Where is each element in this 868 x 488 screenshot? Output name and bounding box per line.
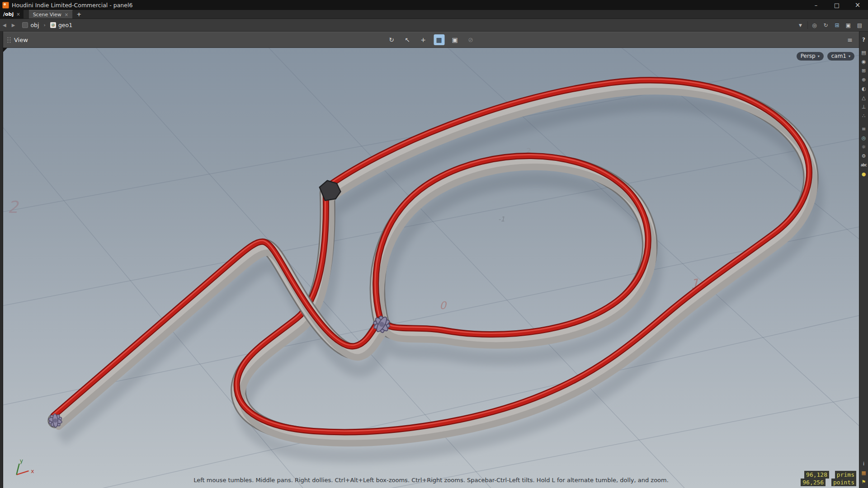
help-icon[interactable]: ? xyxy=(862,32,865,48)
seal-outer-loop[interactable] xyxy=(236,79,814,443)
network-icon xyxy=(22,22,28,28)
viewport-layout-icon[interactable]: ▤ xyxy=(860,48,868,56)
svg-text:x: x xyxy=(31,468,34,474)
view-toolbar-right: ≡ xyxy=(844,34,859,45)
breadcrumb-obj[interactable]: obj xyxy=(22,22,39,28)
display-options-strip: ? ▤◉⊞⊕◐△⊥∴≡◎☼⚙abc●i▦⚑ xyxy=(859,32,868,488)
tube-shadow xyxy=(61,104,816,456)
window-title: Houdini Indie Limited-Commercial - panel… xyxy=(12,2,132,9)
projection-label: Persp xyxy=(801,53,816,59)
lasso-pick-icon[interactable]: ⊘ xyxy=(465,34,476,45)
group-list-icon[interactable]: ≡ xyxy=(860,125,868,133)
svg-text:-1: -1 xyxy=(498,215,505,223)
text-overlay-icon[interactable]: abc xyxy=(860,161,868,169)
geometry-stats: 96,128 prims 96,256 points xyxy=(798,471,856,486)
view-toolbar: View ↻↖+▦▣⊘ ≡ xyxy=(3,32,859,48)
pathbar-icons: ◎↻⊞▣▤ xyxy=(807,21,868,29)
forward-button[interactable]: ▶ xyxy=(9,23,18,28)
camera-label: cam1 xyxy=(831,53,846,59)
view-tool-icon[interactable]: ↻ xyxy=(386,34,397,45)
breadcrumb-label: geo1 xyxy=(58,22,72,28)
new-tab-button[interactable]: + xyxy=(73,10,85,19)
material-icon[interactable]: ◎ xyxy=(860,134,868,142)
lighting-icon[interactable]: ☼ xyxy=(860,143,868,151)
info-icon[interactable]: i xyxy=(860,460,868,468)
camera-button[interactable]: cam1 ▾ xyxy=(827,52,854,61)
tab-scene-view[interactable]: Scene View × xyxy=(29,10,73,19)
color-palette-icon[interactable]: ▦ xyxy=(860,469,868,477)
prims-label: prims xyxy=(835,471,856,479)
points-label: points xyxy=(831,479,856,486)
points-value: 96,256 xyxy=(801,479,826,486)
show-handles-icon[interactable]: ▦ xyxy=(434,34,444,45)
breadcrumb-label: obj xyxy=(30,22,39,28)
prims-stat: 96,128 prims xyxy=(798,471,856,479)
svg-text:0: 0 xyxy=(439,299,447,311)
svg-text:2: 2 xyxy=(8,197,19,217)
breadcrumb-geo1[interactable]: geo1 xyxy=(50,22,72,28)
pane-tab-bar: /obj × Scene View × + xyxy=(0,10,868,19)
view-tools: ↻↖+▦▣⊘ xyxy=(386,32,476,47)
points-display-icon[interactable]: ∴ xyxy=(860,112,868,120)
houdini-window: Houdini Indie Limited-Commercial - panel… xyxy=(0,0,868,488)
pane-menu-icon[interactable]: ▤ xyxy=(856,21,863,29)
title-bar: Houdini Indie Limited-Commercial - panel… xyxy=(0,0,868,10)
chevron-down-icon: ▾ xyxy=(818,54,820,58)
back-button[interactable]: ◀ xyxy=(0,23,9,28)
pane-resize-handle[interactable] xyxy=(3,48,7,52)
scene-viewport[interactable]: 2012-1 xyxy=(3,48,859,488)
bulb-icon[interactable]: ● xyxy=(860,170,868,178)
axis-gizmo: x y xyxy=(16,458,34,475)
points-stat: 96,256 points xyxy=(798,479,856,486)
close-button[interactable]: × xyxy=(847,0,868,10)
pane-close-icon[interactable]: × xyxy=(16,12,20,17)
stow-bar-icon[interactable]: ≡ xyxy=(844,34,855,45)
maximize-button[interactable]: □ xyxy=(826,0,847,10)
camera-view-icon[interactable]: ◉ xyxy=(860,57,868,66)
tab-label: Scene View xyxy=(33,12,61,18)
left-pane-edge xyxy=(0,32,3,488)
snap-toggle-icon[interactable]: ⊕ xyxy=(860,75,868,84)
svg-text:y: y xyxy=(20,458,23,464)
minimize-button[interactable]: – xyxy=(806,0,826,10)
maximize-pane-icon[interactable]: ▣ xyxy=(844,21,852,29)
linked-pane-icon[interactable]: ⊞ xyxy=(833,21,841,29)
wireframe-icon[interactable]: △ xyxy=(860,94,868,102)
projection-button[interactable]: Persp ▾ xyxy=(797,52,824,61)
viewport-3d-scene[interactable]: 2012-1 xyxy=(3,48,859,488)
toolbar-grip-icon[interactable] xyxy=(7,37,11,43)
shaded-mode-icon[interactable]: ◐ xyxy=(860,84,868,93)
sync-icon[interactable]: ↻ xyxy=(822,21,830,29)
houdini-logo-icon xyxy=(2,2,9,9)
display-options-icon[interactable]: ⚙ xyxy=(860,152,868,160)
tab-close-icon[interactable]: × xyxy=(65,12,68,17)
normals-icon[interactable]: ⊥ xyxy=(860,103,868,111)
box-pick-icon[interactable]: ▣ xyxy=(449,34,460,45)
translate-tool-icon[interactable]: + xyxy=(418,34,429,45)
prims-value: 96,128 xyxy=(804,471,829,479)
chevron-down-icon: ▾ xyxy=(849,54,850,58)
select-tool-icon[interactable]: ↖ xyxy=(402,34,413,45)
path-bar: ◀ ▶ obj › geo1 ▼ ◎↻⊞▣▤ xyxy=(0,19,868,32)
pane-path-label[interactable]: /obj × xyxy=(0,10,24,19)
geometry-node-icon xyxy=(50,22,56,28)
frame-selection-icon[interactable]: ⊞ xyxy=(860,66,868,75)
view-toolbar-title: View xyxy=(14,37,28,43)
viewport-hint-text: Left mouse tumbles. Middle pans. Right d… xyxy=(3,477,859,483)
path-dropdown-icon[interactable]: ▼ xyxy=(795,23,806,28)
pane-path-text: /obj xyxy=(3,11,14,17)
pin-icon[interactable]: ◎ xyxy=(811,21,818,29)
flag-icon[interactable]: ⚑ xyxy=(860,478,868,486)
breadcrumb-separator: › xyxy=(43,22,45,28)
